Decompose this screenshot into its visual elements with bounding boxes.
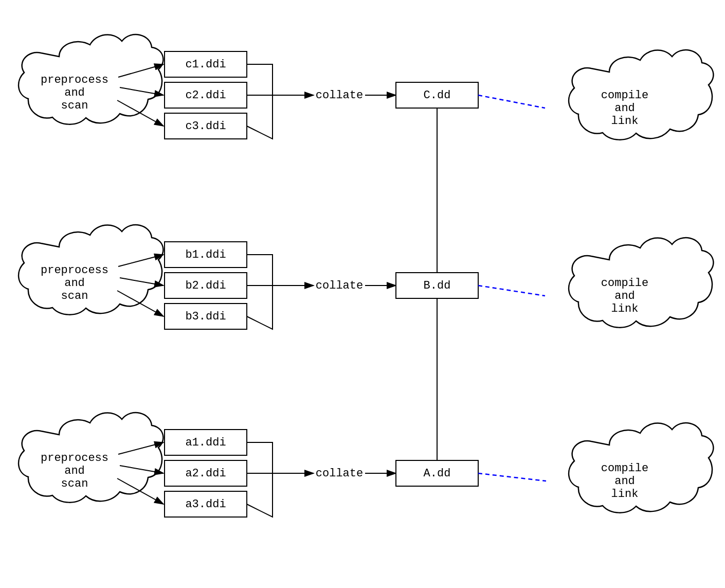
cloud-preprocess-mid: preprocess and scan bbox=[19, 225, 163, 315]
gather-line-a1a3 bbox=[247, 442, 273, 517]
cloud-label-mid-3: scan bbox=[61, 290, 88, 302]
compile-label-top-2: and bbox=[614, 102, 635, 115]
cloud-label-mid-2: and bbox=[64, 277, 85, 290]
label-c2ddi: c2.ddi bbox=[185, 89, 226, 102]
cloud-label-bot-3: scan bbox=[61, 477, 88, 490]
compile-label-mid-3: link bbox=[611, 302, 639, 315]
label-a1ddi: a1.ddi bbox=[185, 436, 226, 449]
cloud-label-top-2: and bbox=[64, 86, 85, 99]
label-cdd: C.dd bbox=[424, 89, 451, 102]
label-c3ddi: c3.ddi bbox=[185, 120, 226, 133]
collate-label-mid: collate bbox=[316, 279, 363, 292]
dotted-cdd-to-compile-top bbox=[478, 95, 545, 108]
dotted-bdd-to-compile-mid bbox=[478, 286, 545, 296]
compile-label-bot-1: compile bbox=[601, 462, 648, 475]
compile-label-bot-2: and bbox=[614, 475, 635, 488]
gather-line-c1c3 bbox=[247, 64, 273, 139]
cloud-label-mid-1: preprocess bbox=[41, 264, 108, 277]
cloud-compile-top: compile and link bbox=[569, 50, 713, 140]
collate-label-bot: collate bbox=[316, 467, 363, 480]
cloud-label-top-1: preprocess bbox=[41, 74, 108, 86]
cloud-preprocess-top: preprocess and scan bbox=[19, 34, 163, 124]
compile-label-bot-3: link bbox=[611, 488, 639, 501]
label-c1ddi: c1.ddi bbox=[185, 58, 226, 71]
label-bdd: B.dd bbox=[424, 279, 451, 292]
compile-label-top-3: link bbox=[611, 115, 639, 128]
cloud-label-top-3: scan bbox=[61, 99, 88, 112]
cloud-label-bot-2: and bbox=[64, 465, 85, 477]
compile-label-mid-2: and bbox=[614, 290, 635, 302]
compile-label-mid-1: compile bbox=[601, 277, 648, 290]
label-add: A.dd bbox=[424, 467, 451, 480]
label-a3ddi: a3.ddi bbox=[185, 498, 226, 511]
cloud-compile-mid: compile and link bbox=[569, 238, 713, 328]
cloud-compile-bot: compile and link bbox=[569, 423, 713, 513]
label-b1ddi: b1.ddi bbox=[185, 248, 226, 261]
cloud-label-bot-1: preprocess bbox=[41, 452, 108, 465]
dotted-add-to-compile-bot bbox=[478, 473, 546, 481]
cloud-preprocess-bot: preprocess and scan bbox=[19, 413, 163, 503]
gather-line-b1b3 bbox=[247, 255, 273, 329]
compile-label-top-1: compile bbox=[601, 89, 648, 102]
label-a2ddi: a2.ddi bbox=[185, 467, 226, 480]
collate-label-top: collate bbox=[316, 89, 363, 102]
label-b3ddi: b3.ddi bbox=[185, 310, 226, 323]
label-b2ddi: b2.ddi bbox=[185, 279, 226, 292]
